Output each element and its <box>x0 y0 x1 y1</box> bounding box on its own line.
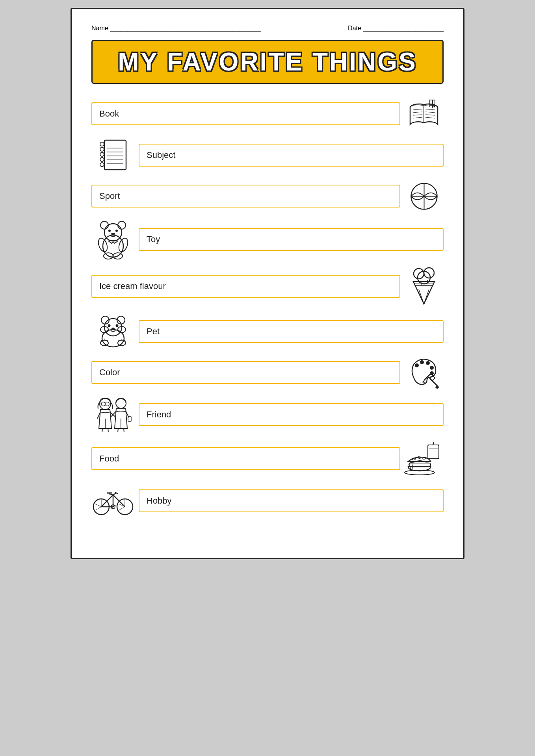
svg-line-102 <box>113 493 116 495</box>
svg-point-71 <box>101 402 105 406</box>
page-title: MY FAVORITE THINGS <box>104 47 431 76</box>
svg-point-64 <box>430 366 434 370</box>
row-toy: Toy <box>91 220 444 258</box>
palette-icon <box>404 357 444 388</box>
hamster-icon <box>91 315 135 348</box>
hobby-input[interactable]: Hobby <box>139 489 444 512</box>
svg-point-13 <box>100 147 104 151</box>
svg-point-93 <box>423 457 426 459</box>
title-banner: MY FAVORITE THINGS <box>91 40 444 84</box>
svg-line-4 <box>413 117 422 118</box>
svg-point-49 <box>115 324 118 327</box>
row-friend: Friend <box>91 397 444 432</box>
svg-line-110 <box>96 507 101 510</box>
worksheet-page: Name ___________________________________… <box>71 8 464 559</box>
row-hobby: Hobby <box>91 485 444 517</box>
svg-point-14 <box>100 152 104 156</box>
svg-line-38 <box>424 289 429 304</box>
svg-line-6 <box>425 112 435 113</box>
color-input[interactable]: Color <box>91 361 400 384</box>
svg-point-29 <box>108 230 111 232</box>
svg-point-61 <box>415 363 419 367</box>
svg-point-48 <box>108 324 110 327</box>
burger-icon <box>404 441 444 476</box>
svg-point-28 <box>118 221 126 229</box>
row-food: Food <box>91 441 444 476</box>
ice-cream-icon <box>404 267 444 306</box>
svg-point-50 <box>111 328 115 330</box>
bicycle-icon <box>91 485 135 517</box>
toy-input[interactable]: Toy <box>139 228 444 251</box>
svg-line-109 <box>95 504 101 507</box>
svg-point-27 <box>100 221 108 229</box>
row-icecream: Ice cream flavour <box>91 267 444 306</box>
top-bar: Name ___________________________________… <box>91 25 444 32</box>
sport-input[interactable]: Sport <box>91 185 400 208</box>
svg-line-98 <box>101 495 113 507</box>
svg-point-16 <box>100 163 104 167</box>
svg-line-104 <box>109 494 113 495</box>
svg-line-78 <box>102 428 102 432</box>
date-label: Date _______________________ <box>348 25 444 32</box>
svg-line-1 <box>413 109 422 110</box>
svg-line-113 <box>119 507 125 510</box>
svg-line-3 <box>413 115 422 115</box>
svg-point-31 <box>111 233 115 235</box>
svg-point-25 <box>103 235 123 257</box>
svg-point-26 <box>104 224 122 241</box>
svg-line-37 <box>419 289 424 304</box>
food-input[interactable]: Food <box>91 447 400 470</box>
svg-rect-11 <box>104 140 126 170</box>
friend-input[interactable]: Friend <box>139 403 444 426</box>
row-color: Color <box>91 357 444 388</box>
svg-line-84 <box>124 428 124 432</box>
svg-point-62 <box>420 360 424 364</box>
svg-line-83 <box>118 428 118 432</box>
svg-point-43 <box>424 268 434 278</box>
row-sport: Sport <box>91 180 444 212</box>
row-subject: Subject <box>91 138 444 172</box>
icecream-input[interactable]: Ice cream flavour <box>91 275 400 298</box>
svg-point-72 <box>105 402 109 406</box>
svg-point-15 <box>100 158 104 161</box>
svg-line-7 <box>425 115 435 115</box>
svg-line-8 <box>425 117 435 118</box>
svg-rect-86 <box>428 445 439 459</box>
svg-point-63 <box>426 361 430 365</box>
svg-point-44 <box>102 330 124 347</box>
notebook-icon <box>91 138 135 172</box>
row-pet: Pet <box>91 315 444 348</box>
svg-line-2 <box>413 112 422 113</box>
book-open-icon <box>404 100 444 128</box>
svg-marker-9 <box>433 100 435 107</box>
subject-input[interactable]: Subject <box>139 144 444 167</box>
svg-line-89 <box>433 442 434 445</box>
svg-line-99 <box>113 495 125 507</box>
friends-icon <box>91 397 135 432</box>
svg-marker-36 <box>413 282 435 304</box>
svg-point-12 <box>100 142 104 146</box>
row-book: Book <box>91 98 444 130</box>
pet-input[interactable]: Pet <box>139 320 444 343</box>
name-label: Name ___________________________________… <box>91 25 261 32</box>
svg-line-79 <box>108 428 108 432</box>
book-input[interactable]: Book <box>91 102 400 125</box>
svg-line-5 <box>425 109 435 110</box>
teddy-bear-icon <box>91 220 135 258</box>
svg-point-30 <box>115 230 118 232</box>
basketball-icon <box>404 182 444 211</box>
